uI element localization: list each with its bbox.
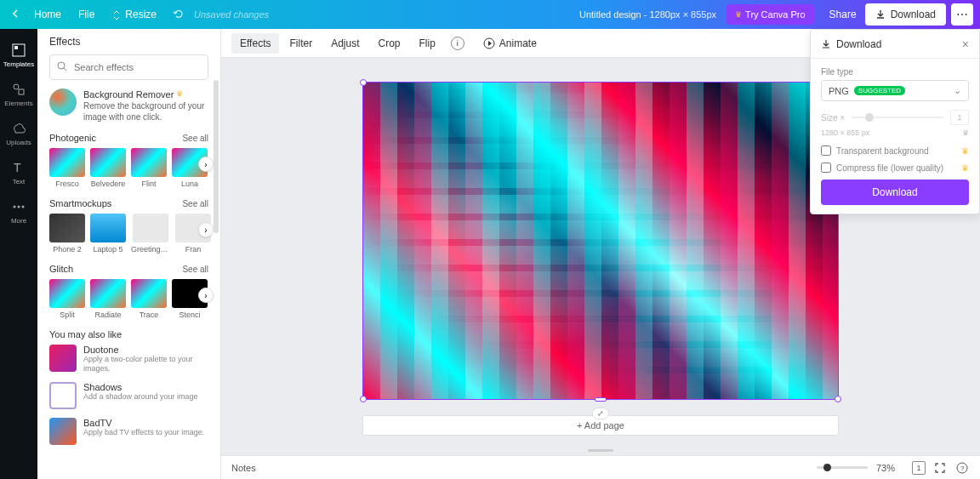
svg-point-7 xyxy=(22,206,25,208)
left-nav: Templates Elements Uploads TText More xyxy=(0,29,37,479)
tool-filter[interactable]: Filter xyxy=(281,33,321,54)
effect-radiate[interactable]: Radiate xyxy=(90,279,126,319)
compress-checkbox[interactable]: Compress file (lower quality)♛ xyxy=(821,163,969,173)
crown-icon: ♛ xyxy=(962,128,969,137)
crown-icon: ♛ xyxy=(961,163,969,173)
nav-elements[interactable]: Elements xyxy=(0,75,37,114)
nav-templates[interactable]: Templates xyxy=(0,36,37,75)
effect-shadows[interactable]: ShadowsAdd a shadow around your image xyxy=(49,382,208,409)
resize-handle[interactable] xyxy=(835,396,841,402)
suggested-badge: SUGGESTED xyxy=(854,86,905,95)
home-button[interactable]: Home xyxy=(26,3,70,26)
resize-button[interactable]: Resize xyxy=(103,3,165,26)
section-smartmockups: Smartmockups xyxy=(49,198,111,208)
section-maylike: You may also like xyxy=(49,329,122,339)
size-label: Size × xyxy=(821,113,845,123)
resize-handle[interactable] xyxy=(360,79,367,86)
seeall-glitch[interactable]: See all xyxy=(182,265,208,274)
seeall-photogenic[interactable]: See all xyxy=(182,134,208,143)
effect-belvedere[interactable]: Belvedere xyxy=(90,148,126,188)
notes-button[interactable]: Notes xyxy=(231,463,256,473)
file-menu[interactable]: File xyxy=(70,3,103,26)
svg-rect-3 xyxy=(19,89,24,94)
nav-more[interactable]: More xyxy=(0,192,37,231)
resize-handle[interactable] xyxy=(360,396,367,402)
collapse-handle[interactable] xyxy=(584,447,618,453)
search-icon xyxy=(56,60,68,76)
crown-icon: ♛ xyxy=(735,10,742,19)
canvas-image[interactable] xyxy=(362,82,839,400)
section-glitch: Glitch xyxy=(49,264,73,274)
effect-badtv[interactable]: BadTVApply bad TV effects to your image. xyxy=(49,418,208,445)
effects-panel: Effects Background Remover♛ Remove the b… xyxy=(37,29,221,479)
dimensions-text: 1280 × 855 px xyxy=(821,128,869,137)
undo-button[interactable] xyxy=(165,4,191,26)
add-page-button[interactable]: ⤢ + Add page xyxy=(362,415,839,436)
filetype-select[interactable]: PNG SUGGESTED ⌄ xyxy=(821,80,969,101)
share-button[interactable]: Share xyxy=(821,3,865,26)
zoom-value[interactable]: 73% xyxy=(876,463,895,473)
mockup-laptop[interactable]: Laptop 5 xyxy=(90,214,126,254)
download-panel-title: Download xyxy=(836,38,881,50)
next-photogenic[interactable]: › xyxy=(198,157,214,172)
bg-remover-item[interactable]: Background Remover♛ Remove the backgroun… xyxy=(49,88,208,123)
next-smartmockups[interactable]: › xyxy=(198,222,214,237)
page-count-icon[interactable]: 1 xyxy=(912,461,926,475)
help-icon[interactable]: ? xyxy=(954,460,970,476)
tool-flip[interactable]: Flip xyxy=(411,33,444,54)
close-icon[interactable]: × xyxy=(962,37,969,51)
mockup-phone[interactable]: Phone 2 xyxy=(49,214,85,254)
back-button[interactable] xyxy=(7,5,26,24)
download-button[interactable]: Download xyxy=(865,3,946,26)
effect-split[interactable]: Split xyxy=(49,279,85,319)
tool-effects[interactable]: Effects xyxy=(231,33,279,54)
more-menu[interactable]: ⋯ xyxy=(951,3,973,26)
seeall-smartmockups[interactable]: See all xyxy=(182,199,208,208)
fullscreen-icon[interactable] xyxy=(932,460,948,476)
effect-fresco[interactable]: Fresco xyxy=(49,148,85,188)
size-slider[interactable] xyxy=(852,117,943,118)
download-panel: Download× File type PNG SUGGESTED ⌄ Size… xyxy=(810,29,980,214)
section-photogenic: Photogenic xyxy=(49,133,96,143)
svg-point-2 xyxy=(14,84,19,89)
bg-remover-icon xyxy=(49,88,77,116)
filetype-label: File type xyxy=(821,67,969,77)
crown-icon: ♛ xyxy=(961,146,969,156)
search-input[interactable] xyxy=(49,54,208,80)
footer-bar: Notes 73% 1 ? xyxy=(221,455,980,479)
tool-adjust[interactable]: Adjust xyxy=(322,33,368,54)
page-actions-icon[interactable]: ⤢ xyxy=(592,408,609,419)
try-pro-button[interactable]: ♛Try Canva Pro xyxy=(726,4,814,25)
chevron-down-icon: ⌄ xyxy=(954,85,961,96)
tool-animate[interactable]: Animate xyxy=(483,37,537,49)
svg-rect-1 xyxy=(14,46,18,49)
panel-title: Effects xyxy=(37,29,220,54)
crown-icon: ♛ xyxy=(176,89,183,100)
tool-crop[interactable]: Crop xyxy=(370,33,409,54)
download-confirm-button[interactable]: Download xyxy=(821,180,969,205)
unsaved-status: Unsaved changes xyxy=(194,9,269,20)
effect-duotone[interactable]: DuotoneApply a two-color palette to your… xyxy=(49,345,208,374)
resize-handle[interactable] xyxy=(595,397,607,402)
canvas-area: Effects Filter Adjust Crop Flip i Animat… xyxy=(221,29,980,479)
top-bar: Home File Resize Unsaved changes Untitle… xyxy=(0,0,980,29)
nav-text[interactable]: TText xyxy=(0,153,37,192)
transparent-checkbox[interactable]: Transparent background♛ xyxy=(821,145,969,156)
svg-point-5 xyxy=(14,206,16,208)
zoom-slider[interactable] xyxy=(817,466,868,469)
effect-trace[interactable]: Trace xyxy=(131,279,167,319)
panel-scrollbar[interactable] xyxy=(214,80,219,233)
info-icon[interactable]: i xyxy=(451,37,464,50)
svg-text:T: T xyxy=(14,161,21,174)
svg-point-6 xyxy=(18,206,20,208)
nav-uploads[interactable]: Uploads xyxy=(0,114,37,153)
mockup-card[interactable]: Greeting car... xyxy=(131,214,170,254)
effect-flint[interactable]: Flint xyxy=(131,148,167,188)
svg-text:?: ? xyxy=(960,465,965,472)
document-title[interactable]: Untitled design - 1280px × 855px xyxy=(579,9,716,20)
svg-point-8 xyxy=(58,62,65,69)
next-glitch[interactable]: › xyxy=(198,288,214,303)
size-value[interactable]: 1 xyxy=(950,110,969,125)
